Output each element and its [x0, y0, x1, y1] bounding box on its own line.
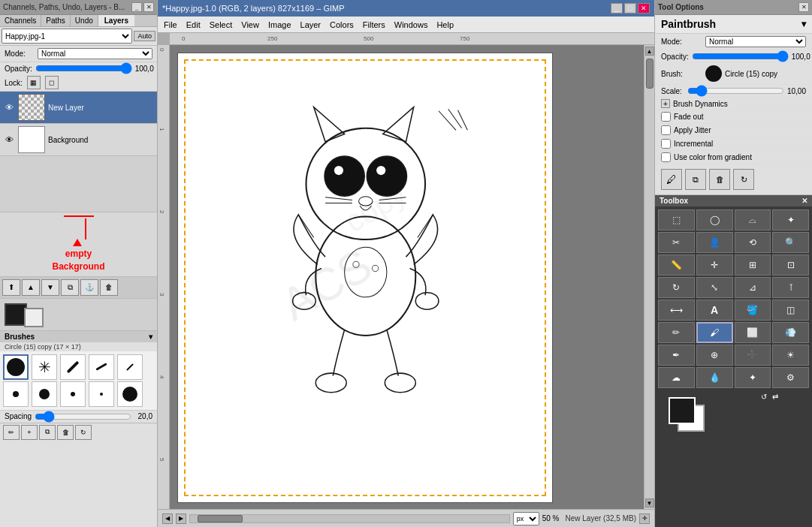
tool-action-btn-4[interactable]: ↻: [733, 169, 754, 190]
toolbox-ink[interactable]: ✒: [658, 345, 695, 366]
toolbox-dodge-burn[interactable]: ☀: [772, 345, 809, 366]
brush-dynamics-expand-icon[interactable]: +: [661, 99, 670, 108]
menu-filters[interactable]: Filters: [358, 19, 390, 31]
toolbox-flip[interactable]: ⟷: [658, 300, 695, 321]
brush-refresh-btn[interactable]: ↻: [75, 425, 92, 440]
layer-item-new[interactable]: 👁 New Layer: [0, 92, 157, 124]
brush-item-4[interactable]: [89, 354, 114, 380]
nav-corner-btn[interactable]: ✛: [639, 513, 650, 524]
toolbox-shear[interactable]: ⊿: [735, 277, 771, 298]
menu-select[interactable]: Select: [205, 19, 237, 31]
toolbox-color-picker[interactable]: ⟲: [735, 232, 771, 253]
brushes-expand-icon[interactable]: ▾: [149, 333, 152, 341]
unit-select[interactable]: px: [513, 512, 539, 525]
tool-opacity-slider[interactable]: [692, 52, 789, 61]
win-close-btn[interactable]: ✕: [638, 3, 650, 14]
toolbox-paintbrush[interactable]: 🖌: [696, 322, 733, 343]
delete-layer-btn[interactable]: 🗑: [100, 279, 118, 296]
toolbox-swap-colors-icon[interactable]: ⇄: [772, 393, 778, 401]
brush-item-9[interactable]: [89, 381, 114, 407]
lower-layer-btn[interactable]: ▼: [41, 279, 59, 296]
v-scrollbar[interactable]: ▲ ▼: [644, 45, 654, 509]
apply-jitter-check[interactable]: [661, 125, 671, 135]
toolbox-ellipse-select[interactable]: ◯: [696, 209, 733, 230]
toolbox-rect-select[interactable]: ⬚: [658, 209, 695, 230]
tool-options-close-btn[interactable]: ✕: [798, 2, 809, 12]
toolbox-foreground-select[interactable]: 👤: [696, 232, 733, 253]
fade-out-check[interactable]: [661, 112, 671, 122]
toolbox-reset-colors-icon[interactable]: ↺: [761, 393, 767, 401]
brush-del-btn[interactable]: 🗑: [57, 425, 74, 440]
tool-action-btn-2[interactable]: ⧉: [685, 169, 706, 190]
incremental-check[interactable]: [661, 139, 671, 149]
brush-item-10[interactable]: [117, 381, 143, 407]
panel-min-btn[interactable]: _: [131, 2, 142, 12]
toolbox-fuzzy-select[interactable]: ✦: [772, 209, 809, 230]
tab-paths[interactable]: Paths: [41, 15, 71, 26]
duplicate-layer-btn[interactable]: ⧉: [61, 279, 79, 296]
layer-eye-bg[interactable]: 👁: [3, 134, 15, 146]
toolbox-airbrush[interactable]: 💨: [772, 322, 809, 343]
toolbox-free-select[interactable]: ⌓: [735, 209, 771, 230]
anchor-layer-btn[interactable]: ⚓: [80, 279, 98, 296]
brush-item-8[interactable]: [60, 381, 86, 407]
menu-help[interactable]: Help: [432, 19, 458, 31]
toolbox-blend[interactable]: ◫: [772, 300, 809, 321]
menu-edit[interactable]: Edit: [182, 19, 205, 31]
panel-close-btn[interactable]: ✕: [143, 2, 154, 12]
toolbox-move[interactable]: ✛: [696, 254, 733, 276]
toolbox-smudge[interactable]: ☁: [658, 367, 695, 388]
file-selector-dropdown[interactable]: Happy.jpg-1: [2, 29, 132, 44]
layer-eye-new[interactable]: 👁: [3, 101, 15, 113]
brush-item-5[interactable]: [117, 354, 143, 380]
brush-preview-dot[interactable]: [705, 65, 722, 82]
toolbox-path[interactable]: ✦: [735, 367, 771, 388]
menu-windows[interactable]: Windows: [390, 19, 433, 31]
toolbox-fg-swatch[interactable]: [669, 397, 696, 424]
brush-item-1[interactable]: [3, 354, 29, 380]
brush-item-3[interactable]: [60, 354, 86, 380]
tool-mode-select[interactable]: Normal: [705, 36, 806, 47]
toolbox-heal[interactable]: ➕: [735, 345, 771, 366]
toolbox-measure[interactable]: 📏: [658, 254, 695, 276]
win-max-btn[interactable]: □: [624, 3, 636, 14]
brush-item-6[interactable]: [3, 381, 29, 407]
tool-action-btn-3[interactable]: 🗑: [709, 169, 730, 190]
toolbox-crop[interactable]: ⊡: [772, 254, 809, 276]
spacing-slider[interactable]: [35, 412, 131, 421]
menu-image[interactable]: Image: [264, 19, 296, 31]
toolbox-scissors[interactable]: ✂: [658, 232, 695, 253]
toolbox-eraser[interactable]: ⬜: [735, 322, 771, 343]
auto-button[interactable]: Auto: [134, 31, 155, 41]
tab-layers[interactable]: Layers: [98, 15, 134, 26]
brush-item-7[interactable]: [32, 381, 57, 407]
menu-file[interactable]: File: [159, 19, 182, 31]
win-min-btn[interactable]: _: [611, 3, 623, 14]
tab-undo[interactable]: Undo: [71, 15, 98, 26]
toolbox-bucket-fill[interactable]: 🪣: [735, 300, 771, 321]
tool-options-menu-icon[interactable]: ▾: [801, 19, 806, 29]
toolbox-clone[interactable]: ⊕: [696, 345, 733, 366]
nav-left-btn[interactable]: ◀: [162, 513, 173, 524]
new-layer-from-visible-btn[interactable]: ⬆: [2, 279, 20, 296]
menu-layer[interactable]: Layer: [296, 19, 326, 31]
toolbox-zoom[interactable]: 🔍: [772, 232, 809, 253]
nav-right-btn[interactable]: ▶: [176, 513, 186, 524]
toolbox-close-icon[interactable]: ✕: [801, 197, 807, 205]
brush-new-btn[interactable]: +: [21, 425, 38, 440]
toolbox-pencil[interactable]: ✏: [658, 322, 695, 343]
brush-edit-btn[interactable]: ✏: [3, 425, 20, 440]
toolbox-rotate[interactable]: ↻: [658, 277, 695, 298]
h-scrollbar[interactable]: [189, 514, 510, 523]
background-swatch[interactable]: [24, 308, 44, 327]
toolbox-text[interactable]: A: [696, 300, 733, 321]
tool-scale-slider[interactable]: [687, 86, 784, 95]
raise-layer-btn[interactable]: ▲: [22, 279, 40, 296]
menu-colors[interactable]: Colors: [325, 19, 358, 31]
lock-alpha-icon[interactable]: ◻: [45, 76, 59, 89]
brush-dup-btn[interactable]: ⧉: [39, 425, 56, 440]
toolbox-align[interactable]: ⊞: [735, 254, 771, 276]
menu-view[interactable]: View: [237, 19, 264, 31]
tab-channels[interactable]: Channels: [0, 15, 41, 26]
opacity-slider[interactable]: [35, 64, 132, 73]
